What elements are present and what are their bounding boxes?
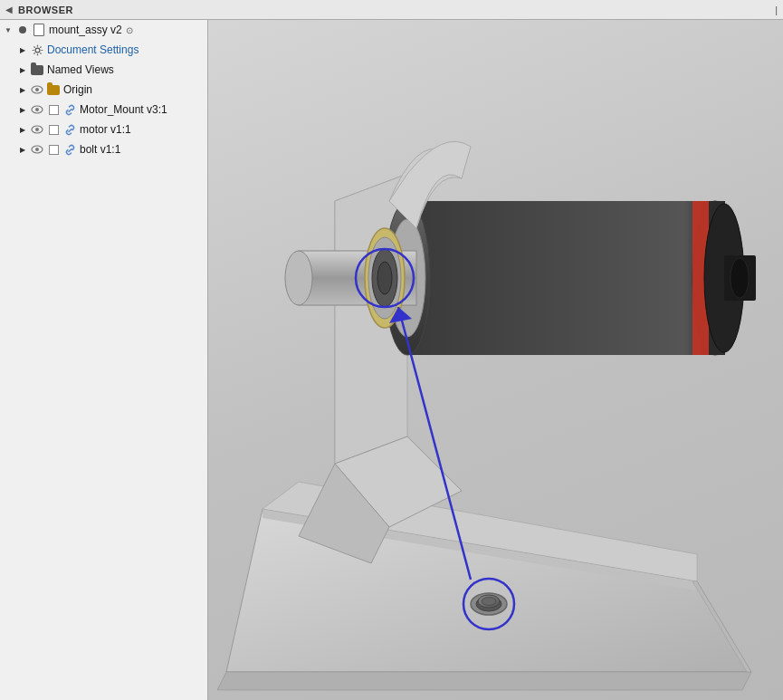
browser-item-motor-mount[interactable]: Motor_Mount v3:1 [0,100,207,120]
browser-item-root[interactable]: mount_assy v2 ⊙ [0,20,207,40]
svg-point-4 [35,108,39,111]
motor-mount-label: Motor_Mount v3:1 [80,103,167,116]
named-views-label: Named Views [47,63,114,76]
folder-icon [46,82,61,97]
root-label: mount_assy v2 [49,24,122,36]
dot-icon [15,23,30,37]
model-svg [208,20,783,700]
main-layout: mount_assy v2 ⊙ Document Settings Named … [0,20,783,700]
browser-topbar: ◀ BROWSER | [0,0,783,20]
origin-label: Origin [63,83,92,96]
svg-point-17 [482,598,496,606]
link-icon [62,122,77,137]
arrow-down-icon [2,24,14,36]
browser-item-origin[interactable]: Origin [0,80,207,100]
eye-icon [30,102,44,117]
svg-marker-11 [217,672,751,690]
viewport-3d[interactable] [208,20,783,700]
gear-icon [30,43,44,57]
svg-point-37 [377,262,392,294]
folder-dark-icon [30,62,44,77]
link-icon [62,102,77,117]
link-icon [62,142,77,157]
radio-button-icon: ⊙ [126,25,133,35]
bolt-label: bolt v1:1 [80,143,120,156]
box-icon [46,102,61,117]
browser-panel: mount_assy v2 ⊙ Document Settings Named … [0,20,208,700]
arrow-right-icon [16,83,29,96]
box-icon [46,122,61,137]
eye-icon [30,122,44,137]
collapse-icon[interactable]: ◀ [5,5,13,14]
arrow-right-icon [16,43,29,56]
svg-point-0 [35,48,40,53]
arrow-right-icon [16,143,29,156]
svg-point-30 [730,258,749,298]
browser-item-named-views[interactable]: Named Views [0,60,207,80]
arrow-right-icon [16,123,29,136]
arrow-right-icon [16,63,29,76]
motor-label: motor v1:1 [80,123,131,136]
pin-icon[interactable]: | [775,5,778,15]
svg-point-6 [35,128,39,131]
doc-settings-label: Document Settings [47,43,138,56]
browser-item-doc-settings[interactable]: Document Settings [0,40,207,60]
doc-icon [32,23,46,37]
svg-point-8 [35,148,39,151]
svg-point-33 [285,251,312,305]
eye-icon [30,142,44,157]
eye-icon [30,82,44,97]
box-icon [46,142,61,157]
browser-title: BROWSER [18,5,73,15]
svg-point-2 [35,88,39,91]
browser-item-bolt[interactable]: bolt v1:1 [0,139,207,159]
svg-rect-23 [407,201,715,355]
arrow-right-icon [16,103,29,116]
browser-item-motor[interactable]: motor v1:1 [0,120,207,139]
